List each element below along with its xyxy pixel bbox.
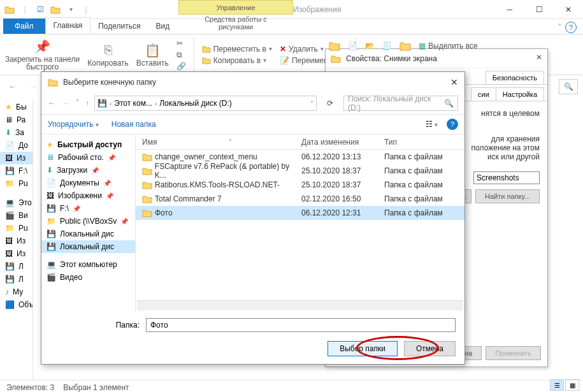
tab-home[interactable]: Главная bbox=[45, 17, 91, 34]
forward-button[interactable]: → bbox=[62, 99, 69, 108]
new-item-icon[interactable]: 📄 bbox=[348, 41, 357, 50]
tab-view[interactable]: Вид bbox=[148, 18, 177, 34]
help-icon[interactable]: ? bbox=[565, 22, 577, 33]
breadcrumb-item[interactable]: Этот ком... bbox=[114, 99, 152, 108]
move-to-button[interactable]: Переместить в ▾ bbox=[202, 45, 272, 54]
history-dropdown[interactable]: ˅ bbox=[76, 99, 79, 108]
forward-button[interactable]: → bbox=[25, 79, 41, 94]
search-icon[interactable]: 🔍 bbox=[559, 79, 578, 94]
folder-picker-dialog: Выберите конечную папку ✕ ← → ˅ ↑ 💾 › Эт… bbox=[41, 71, 465, 365]
list-item[interactable]: Total Commander 702.12.2020 16:50Папка с… bbox=[136, 192, 464, 206]
help-icon[interactable]: ? bbox=[447, 119, 458, 130]
picker-nav-tree[interactable]: ★Быстрый доступ 🖥Рабочий сто.📌 ⬇Загрузки… bbox=[41, 134, 136, 312]
list-item[interactable]: Ratiborus.KMS.Tools-RSLOAD.NET-25.10.202… bbox=[136, 178, 464, 192]
ribbon-tabs: Файл Главная Поделиться Вид Средства раб… bbox=[0, 19, 583, 34]
folder-icon bbox=[48, 78, 58, 87]
tab-customize[interactable]: Настройка bbox=[496, 87, 544, 101]
search-input[interactable]: Поиск: Локальный диск (D:)🔍 bbox=[343, 96, 458, 111]
up-button[interactable]: ↑ bbox=[85, 99, 89, 108]
status-selected: Выбран 1 элемент bbox=[63, 383, 129, 392]
copy-to-button[interactable]: Копировать в ▾ bbox=[202, 56, 272, 65]
qat-check-icon[interactable]: ☑ bbox=[33, 3, 47, 17]
view-icons-button[interactable]: ▦ bbox=[565, 379, 579, 391]
tab-share[interactable]: Поделиться bbox=[90, 18, 148, 34]
search-icon: 🔍 bbox=[444, 99, 454, 108]
cancel-button[interactable]: Отмена bbox=[404, 341, 456, 356]
tab-file[interactable]: Файл bbox=[3, 18, 45, 34]
address-dropdown[interactable]: ˅ bbox=[310, 100, 313, 107]
target-path-input[interactable] bbox=[473, 171, 540, 184]
paste-shortcut-icon[interactable]: 🔗 bbox=[176, 62, 186, 71]
new-folder-icon[interactable] bbox=[329, 41, 340, 51]
paste-button[interactable]: 📋Вставить bbox=[136, 37, 169, 72]
select-folder-button[interactable]: Выбор папки bbox=[327, 341, 398, 356]
ribbon-collapse-icon[interactable]: ˄ bbox=[558, 23, 561, 30]
address-bar[interactable]: 💾 › Этот ком... › Локальный диск (D:) ˅ bbox=[94, 96, 317, 111]
view-mode-button[interactable]: ☷ ▾ bbox=[426, 120, 438, 129]
qat-sep: | bbox=[79, 3, 93, 17]
open-icon[interactable]: 📂 bbox=[365, 41, 375, 50]
maximize-button[interactable]: ☐ bbox=[524, 0, 554, 18]
list-item[interactable]: FSCapture v7.6 RePack (& portable) by K.… bbox=[136, 164, 464, 178]
drive-icon: 💾 bbox=[97, 99, 107, 108]
nav-tree[interactable]: ★Бы 🖥Ра ⬇За 📄До 🖼Из 💾F:\ 📁Pu 💻Это 🎬Ви 📁P… bbox=[0, 98, 33, 380]
tab-security[interactable]: Безопасность bbox=[486, 71, 544, 84]
back-button[interactable]: ← bbox=[48, 99, 55, 108]
history-icon[interactable] bbox=[399, 41, 411, 51]
qat-sep: | bbox=[18, 3, 32, 17]
tab-versions[interactable]: сии bbox=[471, 87, 496, 101]
back-button[interactable]: ← bbox=[5, 79, 20, 94]
tab-picture-tools[interactable]: Средства работы с рисунками bbox=[180, 12, 292, 34]
select-all-button[interactable]: ▦Выделить все bbox=[419, 41, 478, 50]
list-item[interactable]: Фото06.12.2020 12:31Папка с файлам bbox=[136, 206, 464, 220]
close-button[interactable]: ✕ bbox=[554, 0, 583, 18]
close-button[interactable]: ✕ bbox=[536, 53, 542, 62]
dialog-title: Выберите конечную папку bbox=[63, 78, 156, 87]
new-folder-button[interactable]: Новая папка bbox=[112, 120, 156, 129]
pin-button[interactable]: 📌Закрепить на панели быстрого bbox=[5, 37, 80, 72]
organize-button[interactable]: Упорядочить ▾ bbox=[48, 120, 99, 129]
qat-dropdown-icon[interactable]: ▾ bbox=[64, 3, 78, 17]
copy-button[interactable]: ⎘Копировать bbox=[87, 37, 129, 72]
breadcrumb-item[interactable]: Локальный диск (D:) bbox=[159, 99, 232, 108]
qat-folder-icon[interactable] bbox=[48, 3, 62, 17]
folder-icon bbox=[331, 54, 341, 63]
cut-icon[interactable]: ✂ bbox=[176, 39, 186, 48]
properties-title: Свойства: Снимки экрана bbox=[346, 54, 437, 63]
scrollbar-horizontal[interactable] bbox=[137, 300, 463, 310]
copy-path-icon[interactable]: ⧉ bbox=[176, 50, 186, 59]
view-details-button[interactable]: ☰ bbox=[550, 379, 564, 391]
folder-name-input[interactable] bbox=[146, 318, 456, 332]
status-bar: Элементов: 3 Выбран 1 элемент bbox=[0, 380, 583, 392]
find-folder-button[interactable]: Найти папку... bbox=[475, 189, 540, 203]
status-item-count: Элементов: 3 bbox=[6, 383, 54, 392]
folder-label: Папка: bbox=[50, 321, 140, 330]
column-headers[interactable]: Имя˄ Дата изменения Тип bbox=[136, 134, 464, 150]
close-button[interactable]: ✕ bbox=[450, 77, 458, 87]
folder-icon bbox=[3, 3, 17, 17]
properties-icon[interactable]: 🧾 bbox=[382, 41, 392, 50]
picker-file-list[interactable]: Имя˄ Дата изменения Тип change_owner_con… bbox=[136, 134, 464, 312]
window-title: Изображения bbox=[293, 5, 341, 14]
minimize-button[interactable]: ─ bbox=[495, 0, 524, 18]
apply-button: Применить bbox=[486, 346, 541, 360]
refresh-button[interactable]: ⟳ bbox=[322, 96, 338, 111]
